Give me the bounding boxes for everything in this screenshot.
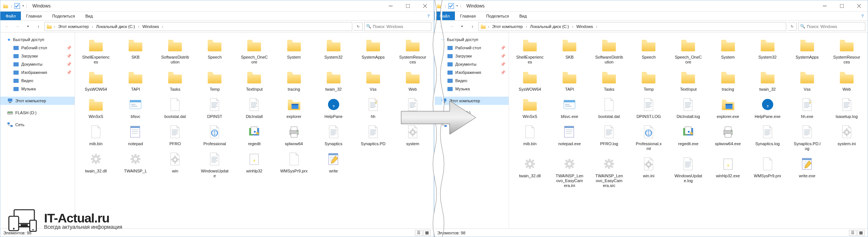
file-item[interactable]: bootstat.dat xyxy=(156,94,194,121)
file-item[interactable]: Web xyxy=(393,67,432,93)
maximize-button[interactable] xyxy=(833,0,850,12)
file-item[interactable]: Synaptics.log xyxy=(748,121,787,153)
file-item[interactable]: bootstat.dat xyxy=(590,94,628,121)
file-item[interactable]: mib.bin xyxy=(511,121,549,153)
view-icons-button[interactable]: ▦ xyxy=(857,230,865,236)
file-item[interactable]: SoftwareDistribution xyxy=(156,35,194,66)
file-item[interactable]: WMSysPr9.prx xyxy=(275,149,313,180)
sidebar-item[interactable]: Рабочий стол📌 xyxy=(0,44,75,52)
tab-view[interactable]: Вид xyxy=(80,12,98,20)
nav-recent-icon[interactable]: ▾ xyxy=(24,22,32,31)
sidebar-item[interactable]: Музыка xyxy=(434,85,509,93)
sidebar-flash-drive[interactable]: FLASH (D:) xyxy=(0,109,75,117)
sidebar-item[interactable]: Видео xyxy=(0,77,75,85)
file-item[interactable]: TAPI xyxy=(550,67,589,93)
breadcrumb-drive[interactable]: Локальный диск (C:) xyxy=(529,24,571,29)
view-icons-button[interactable]: ▦ xyxy=(423,230,431,236)
file-item[interactable]: win.ini xyxy=(629,153,668,190)
file-item[interactable]: WindowsUpdate.log xyxy=(669,153,708,190)
file-item[interactable]: Vss xyxy=(354,67,393,93)
close-button[interactable] xyxy=(416,0,434,12)
file-item[interactable]: DPINST xyxy=(195,94,234,121)
file-item[interactable]: bfsvc.exe xyxy=(550,94,589,121)
chevron-right-icon[interactable]: › xyxy=(526,24,527,29)
file-item[interactable]: SystemApps xyxy=(354,35,393,66)
file-item[interactable]: SKB xyxy=(116,35,155,66)
file-item[interactable]: twain_32.dll xyxy=(77,149,115,180)
sidebar-this-pc[interactable]: Этот компьютер xyxy=(0,97,75,105)
sidebar-item[interactable]: Видео xyxy=(434,77,509,85)
file-item[interactable]: explorer.exe xyxy=(709,94,747,121)
file-item[interactable]: Temp xyxy=(195,67,234,93)
tab-home[interactable]: Главная xyxy=(455,12,481,20)
file-item[interactable]: SystemApps xyxy=(788,35,827,66)
file-item[interactable]: WindowsUpdate xyxy=(195,149,234,180)
file-item[interactable]: TWAINSP_Lenovo_EasyCamera.ini xyxy=(550,153,589,190)
tab-share[interactable]: Поделиться xyxy=(481,12,514,20)
qat-dropdown-icon[interactable]: ▾ xyxy=(22,4,24,7)
file-item[interactable]: Synaptics.PD xyxy=(354,121,393,148)
chevron-right-icon[interactable]: › xyxy=(162,24,163,29)
breadcrumb-thispc[interactable]: Этот компьютер xyxy=(491,24,524,29)
file-item[interactable]: Speech_OneCore xyxy=(235,35,274,66)
file-item[interactable]: System xyxy=(709,35,747,66)
file-item[interactable]: Tasks xyxy=(590,67,628,93)
file-item[interactable]: regedit.exe xyxy=(669,121,708,153)
file-item[interactable]: Speech xyxy=(629,35,668,66)
sidebar-item[interactable]: Изображения📌 xyxy=(0,68,75,77)
file-item[interactable]: Professional xyxy=(195,121,234,148)
file-item[interactable]: TWAINSP_Lenovo_EasyCamera.src xyxy=(590,153,628,190)
view-details-button[interactable]: ☰ xyxy=(849,230,856,236)
chevron-right-icon[interactable]: › xyxy=(138,24,140,29)
file-item[interactable]: hh.exe xyxy=(788,94,827,121)
nav-back-button[interactable]: ← xyxy=(3,22,12,31)
breadcrumb-folder[interactable]: Windows xyxy=(141,24,160,29)
breadcrumb-bar[interactable]: › Этот компьютер › Локальный диск (C:) ›… xyxy=(478,22,786,31)
file-item[interactable]: twain_32.dll xyxy=(511,153,549,190)
nav-recent-icon[interactable]: ▾ xyxy=(458,22,466,31)
sidebar-quick-access[interactable]: ★Быстрый доступ xyxy=(0,35,75,44)
file-item[interactable]: winhlp32.exe xyxy=(709,153,747,190)
file-item[interactable]: PFRO xyxy=(156,121,194,148)
tab-home[interactable]: Главная xyxy=(21,12,47,20)
file-item[interactable]: write xyxy=(314,149,353,180)
sidebar-item[interactable]: Изображения📌 xyxy=(434,68,509,77)
file-item[interactable]: WinSxS xyxy=(511,94,549,121)
file-item[interactable]: tracing xyxy=(709,67,747,93)
file-item[interactable]: Speech xyxy=(195,35,234,66)
file-item[interactable]: ShellExperiences xyxy=(77,35,115,66)
nav-up-button[interactable]: ↑ xyxy=(468,22,477,31)
nav-back-button[interactable]: ← xyxy=(437,22,446,31)
refresh-button[interactable]: ↻ xyxy=(354,22,363,31)
close-button[interactable] xyxy=(850,0,868,12)
file-item[interactable]: SystemResources xyxy=(827,35,866,66)
file-item[interactable]: DPINST.LOG xyxy=(629,94,668,121)
nav-forward-button[interactable]: → xyxy=(447,22,456,31)
checkbox-icon[interactable] xyxy=(448,3,454,9)
minimize-button[interactable] xyxy=(382,0,399,12)
file-item[interactable]: twain_32 xyxy=(314,67,353,93)
file-item[interactable]: ShellExperiences xyxy=(511,35,549,66)
sidebar-item[interactable]: Загрузки📌 xyxy=(0,52,75,60)
search-input[interactable] xyxy=(807,24,864,29)
tab-share[interactable]: Поделиться xyxy=(47,12,80,20)
file-item[interactable]: WMSysPr9.prx xyxy=(748,153,787,190)
file-list[interactable]: ShellExperiencesSKBSoftwareDistributionS… xyxy=(509,32,868,228)
file-item[interactable]: TAPI xyxy=(116,67,155,93)
checkbox-icon[interactable] xyxy=(14,3,20,9)
file-item[interactable]: hh xyxy=(354,94,393,121)
file-item[interactable]: HelpPane xyxy=(314,94,353,121)
nav-forward-button[interactable]: → xyxy=(13,22,22,31)
file-item[interactable]: DtcInstall xyxy=(235,94,274,121)
sidebar-item[interactable]: Документы📌 xyxy=(434,60,509,68)
file-item[interactable]: SystemResources xyxy=(393,35,432,66)
file-item[interactable]: TextInput xyxy=(235,67,274,93)
ribbon-help-icon[interactable]: ? xyxy=(423,12,434,20)
nav-up-button[interactable]: ↑ xyxy=(34,22,43,31)
breadcrumb-bar[interactable]: › Этот компьютер › Локальный диск (C:) ›… xyxy=(44,22,352,31)
file-item[interactable]: DtcInstall.log xyxy=(669,94,708,121)
file-item[interactable]: winhlp32 xyxy=(235,149,274,180)
file-item[interactable]: explorer xyxy=(275,94,313,121)
sidebar-item[interactable]: Рабочий стол📌 xyxy=(434,44,509,52)
sidebar-network[interactable]: Сеть xyxy=(0,121,75,129)
